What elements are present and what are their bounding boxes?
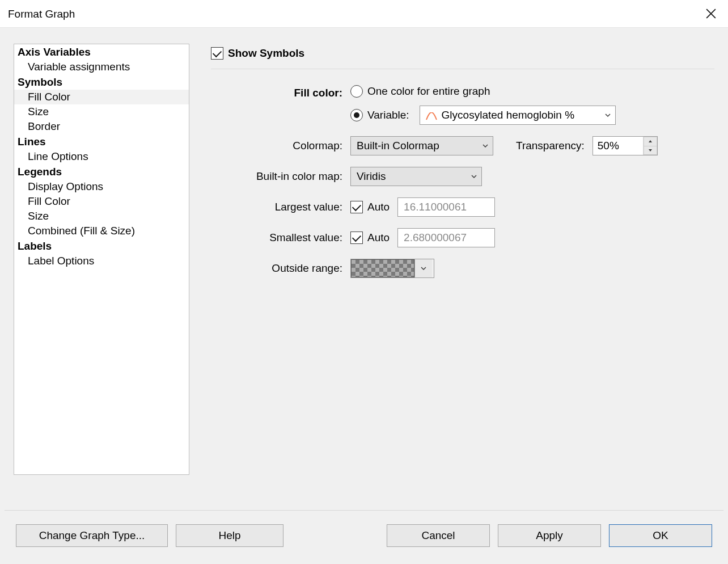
help-button[interactable]: Help — [176, 524, 283, 547]
largest-auto-checkbox[interactable] — [350, 201, 363, 213]
smallest-auto-label: Auto — [367, 232, 390, 244]
builtin-colormap-value: Viridis — [351, 170, 467, 183]
footer: Change Graph Type... Help Cancel Apply O… — [0, 511, 728, 564]
radio-one-color[interactable]: One color for entire graph — [350, 85, 714, 98]
nav-heading-symbols: Symbols — [14, 74, 189, 90]
apply-button[interactable]: Apply — [498, 524, 601, 547]
chevron-down-icon — [478, 142, 493, 149]
show-symbols-label: Show Symbols — [228, 47, 304, 60]
chevron-down-icon — [600, 112, 615, 119]
radio-dot-icon — [350, 109, 363, 121]
variable-select-value: Glycosylated hemoglobin % — [442, 109, 574, 121]
apply-label: Apply — [536, 529, 563, 542]
titlebar: Format Graph — [0, 0, 728, 28]
nav-item-variable-assignments[interactable]: Variable assignments — [14, 60, 189, 74]
transparency-label: Transparency: — [516, 140, 585, 152]
nav-item-size[interactable]: Size — [14, 104, 189, 119]
smallest-value-text: 2.680000067 — [404, 232, 467, 244]
close-button[interactable] — [701, 3, 721, 24]
dialog-title: Format Graph — [8, 7, 701, 20]
smallest-auto-row: Auto — [350, 232, 390, 244]
largest-value-input[interactable]: 16.11000061 — [397, 197, 495, 217]
nav-item-border[interactable]: Border — [14, 119, 189, 134]
smallest-value-input[interactable]: 2.680000067 — [397, 228, 495, 247]
cancel-label: Cancel — [421, 529, 455, 542]
form-grid: Fill color: One color for entire graph V… — [211, 85, 714, 278]
transparency-spinner[interactable]: 50% — [592, 136, 658, 155]
largest-value-label: Largest value: — [211, 197, 350, 213]
outside-range-label: Outside range: — [211, 259, 350, 275]
fill-color-label: Fill color: — [211, 85, 350, 99]
radio-one-color-label: One color for entire graph — [367, 85, 490, 98]
nav-item-display-options[interactable]: Display Options — [14, 179, 189, 194]
radio-dot-icon — [350, 85, 363, 98]
ok-button[interactable]: OK — [609, 524, 712, 547]
nav-heading-axis-variables: Axis Variables — [14, 44, 189, 60]
nav-panel: Axis Variables Variable assignments Symb… — [14, 44, 189, 475]
largest-auto-label: Auto — [367, 201, 390, 213]
builtin-colormap-label: Built-in color map: — [211, 167, 350, 183]
variable-select[interactable]: Glycosylated hemoglobin % — [420, 106, 616, 125]
fill-color-radio-group: One color for entire graph Variable: — [350, 85, 714, 125]
nav-heading-lines: Lines — [14, 134, 189, 149]
nav-item-label-options[interactable]: Label Options — [14, 254, 189, 268]
colormap-value: Built-in Colormap — [351, 140, 478, 152]
cancel-button[interactable]: Cancel — [387, 524, 490, 547]
help-label: Help — [218, 529, 240, 542]
smallest-auto-checkbox[interactable] — [350, 232, 363, 244]
colormap-select[interactable]: Built-in Colormap — [350, 136, 493, 155]
dialog-window: Format Graph Axis Variables Variable ass… — [0, 0, 728, 564]
radio-variable-row: Variable: Glycosylated hemoglobin % — [350, 106, 714, 125]
chevron-down-icon — [414, 259, 432, 277]
show-symbols-checkbox[interactable] — [211, 47, 223, 60]
close-icon — [706, 9, 716, 19]
transparent-swatch-icon — [351, 259, 414, 277]
change-graph-type-label: Change Graph Type... — [39, 529, 145, 542]
chevron-down-icon — [467, 173, 481, 180]
nav-item-legends-fill-color[interactable]: Fill Color — [14, 194, 189, 209]
show-symbols-row: Show Symbols — [211, 47, 714, 60]
builtin-colormap-select[interactable]: Viridis — [350, 167, 482, 186]
change-graph-type-button[interactable]: Change Graph Type... — [16, 524, 168, 547]
nav-item-fill-color[interactable]: Fill Color — [14, 90, 189, 104]
nav-item-combined[interactable]: Combined (Fill & Size) — [14, 224, 189, 238]
radio-variable[interactable]: Variable: — [350, 109, 409, 121]
distribution-icon — [426, 111, 437, 120]
transparency-value: 50% — [593, 137, 643, 155]
nav-item-line-options[interactable]: Line Options — [14, 149, 189, 164]
radio-variable-label: Variable: — [367, 109, 409, 121]
dialog-body: Axis Variables Variable assignments Symb… — [0, 28, 728, 510]
content-panel: Show Symbols Fill color: One color for e… — [211, 44, 714, 510]
nav-item-legends-size[interactable]: Size — [14, 209, 189, 224]
colormap-row: Built-in Colormap Transparency: 50% — [350, 136, 714, 155]
nav-heading-labels: Labels — [14, 238, 189, 254]
smallest-value-label: Smallest value: — [211, 228, 350, 244]
outside-range-color-picker[interactable] — [350, 259, 434, 278]
nav-heading-legends: Legends — [14, 164, 189, 179]
spinner-up-button[interactable] — [644, 137, 657, 146]
largest-value-text: 16.11000061 — [404, 201, 467, 213]
section-divider — [211, 69, 714, 69]
colormap-label: Colormap: — [211, 136, 350, 152]
ok-label: OK — [653, 529, 668, 542]
spinner-down-button[interactable] — [644, 146, 657, 155]
largest-auto-row: Auto — [350, 201, 390, 213]
